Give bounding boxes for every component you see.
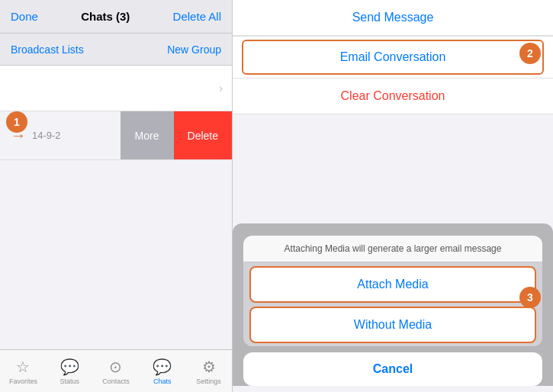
send-message-button[interactable]: Send Message: [233, 0, 553, 36]
chevron-right-icon: ›: [219, 82, 223, 95]
dialog-subtitle: Attaching Media will generate a larger e…: [243, 236, 542, 262]
tab-settings-label: Settings: [196, 378, 221, 385]
tab-contacts[interactable]: ⊙ Contacts: [93, 350, 140, 392]
settings-icon: ⚙: [202, 358, 216, 376]
dialog-backdrop: Attaching Media will generate a larger e…: [233, 223, 553, 386]
dialog-buttons: Attach Media Without Media: [243, 262, 542, 346]
tab-settings[interactable]: ⚙ Settings: [185, 350, 232, 392]
email-conversation-button[interactable]: Email Conversation: [242, 40, 544, 75]
tab-contacts-label: Contacts: [102, 378, 130, 385]
new-group-button[interactable]: New Group: [167, 43, 221, 56]
annotation-3: 3: [519, 287, 541, 308]
chat-item-content: [0, 66, 232, 111]
chat-item-normal[interactable]: ›: [0, 66, 232, 111]
contacts-icon: ⊙: [109, 358, 122, 376]
top-action-sheet: Send Message Email Conversation Clear Co…: [233, 0, 553, 114]
dialog-box: Attaching Media will generate a larger e…: [243, 236, 542, 346]
broadcast-lists-link[interactable]: Broadcast Lists: [11, 43, 84, 56]
spacer: [233, 114, 553, 223]
attach-media-button[interactable]: Attach Media: [249, 266, 536, 303]
annotation-1: 1: [6, 111, 27, 133]
swipe-row[interactable]: → 14-9-2 More Delete: [0, 111, 232, 160]
tab-chats[interactable]: 💬 Chats: [139, 350, 185, 392]
chats-icon: 💬: [153, 358, 172, 376]
annotation-2: 2: [519, 43, 541, 64]
email-dialog-area: 3 Attaching Media will generate a larger…: [233, 223, 553, 392]
delete-all-button[interactable]: Delete All: [173, 10, 221, 23]
favorites-icon: ☆: [16, 358, 30, 376]
swipe-more-button[interactable]: More: [121, 111, 174, 159]
status-icon: 💬: [60, 358, 79, 376]
top-bar-title: Chats (3): [81, 10, 130, 23]
tab-favorites-label: Favorites: [9, 378, 37, 385]
tab-chats-label: Chats: [153, 378, 172, 385]
cancel-button[interactable]: Cancel: [243, 352, 542, 386]
chat-date: 14-9-2: [32, 130, 61, 141]
tab-bar: ☆ Favorites 💬 Status ⊙ Contacts 💬 Chats …: [0, 349, 232, 392]
done-button[interactable]: Done: [11, 10, 38, 23]
top-bar: Done Chats (3) Delete All: [0, 0, 232, 34]
tab-status[interactable]: 💬 Status: [47, 350, 93, 392]
clear-conversation-button[interactable]: Clear Conversation: [233, 79, 553, 114]
tab-status-label: Status: [59, 378, 79, 385]
right-panel: 2 Send Message Email Conversation Clear …: [233, 0, 553, 392]
tab-favorites[interactable]: ☆ Favorites: [0, 350, 47, 392]
left-panel: Done Chats (3) Delete All Broadcast List…: [0, 0, 233, 392]
swipe-delete-button[interactable]: Delete: [174, 111, 232, 159]
second-bar: Broadcast Lists New Group: [0, 34, 232, 66]
chat-list: › → 14-9-2 More Delete: [0, 66, 232, 392]
swipe-actions: More Delete: [121, 111, 232, 159]
without-media-button[interactable]: Without Media: [249, 307, 536, 343]
